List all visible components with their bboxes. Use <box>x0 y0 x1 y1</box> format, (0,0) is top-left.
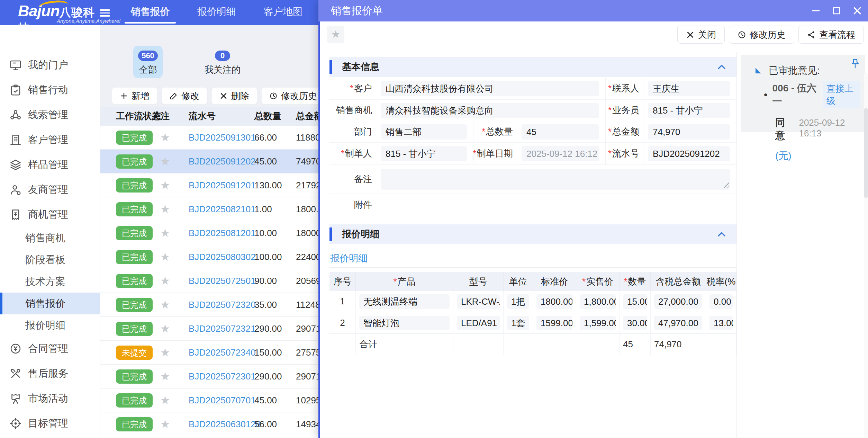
sidebar-item-商机管理[interactable]: 商机管理 <box>0 202 100 227</box>
sidebar-item-客户管理[interactable]: 客户管理 <box>0 127 100 152</box>
approval-comment[interactable]: (无) <box>764 149 860 162</box>
detail-cell-input[interactable]: 1800.00 <box>536 294 572 309</box>
detail-cell[interactable]: 1599.00 <box>533 312 576 334</box>
detail-cell[interactable]: 47,970.00 <box>651 312 706 334</box>
quote-code-link[interactable]: BJD2025072340 <box>189 341 256 365</box>
favorite-star-icon[interactable]: ★ <box>157 293 173 317</box>
detail-cell-input[interactable]: 1,800.00 <box>580 294 616 309</box>
quote-code-link[interactable]: BJD20250630128 <box>189 412 261 436</box>
sidebar-item-目标管理[interactable]: 目标管理 <box>0 411 100 436</box>
chevron-up-icon[interactable] <box>717 63 726 72</box>
sidebar-subitem-阶段看板[interactable]: 阶段看板 <box>0 249 100 271</box>
detail-cell-input[interactable]: 智能灯泡 <box>359 316 450 330</box>
favorite-star-icon[interactable]: ★ <box>157 150 173 173</box>
sidebar-item-合同管理[interactable]: 合同管理 <box>0 336 100 361</box>
sidebar-subitem-报价明细[interactable]: 报价明细 <box>0 314 100 336</box>
quote-code-link[interactable]: BJD2025091301 <box>189 126 256 150</box>
detail-cell[interactable]: 15.00 <box>620 291 651 312</box>
sidebar-item-样品管理[interactable]: 样品管理 <box>0 152 100 177</box>
pin-icon[interactable] <box>851 59 860 69</box>
attachment-field-cell[interactable] <box>377 194 736 216</box>
detail-cell[interactable]: 1,800.00 <box>576 291 620 312</box>
新增-button[interactable]: 新增 <box>112 87 157 105</box>
detail-cell[interactable]: 1800.00 <box>533 291 576 312</box>
collapse-triangle-icon[interactable] <box>756 68 761 73</box>
quote-code-link[interactable]: BJD2025072301 <box>189 365 256 388</box>
sidebar-item-我的门户[interactable]: 我的门户 <box>0 53 100 78</box>
detail-cell-input[interactable]: 27,000.00 <box>654 294 702 309</box>
filter-card-全部[interactable]: 560全部 <box>133 46 163 78</box>
brand-logo[interactable]: Bajun八骏科技 Anyone,Anytime,Anywhere! <box>18 2 105 24</box>
detail-cell[interactable]: 无线测温终端 <box>356 291 453 312</box>
detail-cell[interactable]: LED/A91 <box>453 312 504 334</box>
sidebar-subitem-销售商机[interactable]: 销售商机 <box>0 227 100 249</box>
quote-code-link[interactable]: BJD2025080302 <box>189 245 256 269</box>
tab-销售报价[interactable]: 销售报价 <box>117 0 183 25</box>
sidebar-item-销售行动[interactable]: 销售行动 <box>0 78 100 102</box>
detail-cell[interactable]: 27,000.00 <box>651 291 706 312</box>
quote-code-link[interactable]: BJD2025091201 <box>189 173 256 197</box>
favorite-star-icon[interactable]: ★ <box>157 365 173 388</box>
sidebar-item-市场活动[interactable]: 市场活动 <box>0 386 100 411</box>
detail-cell-input[interactable]: 无线测温终端 <box>359 294 450 309</box>
detail-cell[interactable]: 1套 <box>504 312 533 334</box>
sidebar-item-友商管理[interactable]: 友商管理 <box>0 177 100 202</box>
favorite-star-icon[interactable]: ★ <box>157 388 173 412</box>
customer-input[interactable]: 山西清众科技股份有限公司 <box>381 81 599 96</box>
detail-cell-input[interactable]: 47,970.00 <box>654 316 702 330</box>
minimize-icon[interactable] <box>811 6 821 16</box>
menu-toggle-icon[interactable] <box>100 8 111 17</box>
total-amount-input[interactable]: 74,970 <box>648 124 730 140</box>
tab-客户地图[interactable]: 客户地图 <box>250 0 316 25</box>
detail-cell[interactable]: 30.00 <box>620 312 651 334</box>
serial-no-input[interactable]: BJD2025091202 <box>648 146 730 161</box>
sidebar-subitem-销售报价[interactable]: 销售报价 <box>0 293 100 314</box>
detail-cell[interactable]: 智能灯泡 <box>356 312 453 334</box>
detail-cell[interactable]: 13.00 <box>706 312 736 334</box>
favorite-star-icon[interactable]: ★ <box>157 412 173 436</box>
filter-card-我关注的[interactable]: 0我关注的 <box>200 46 245 78</box>
detail-cell-input[interactable]: LKR-CW-A2 <box>457 294 500 309</box>
quote-code-link[interactable]: BJD2025081201 <box>189 221 256 245</box>
sidebar-item-线索管理[interactable]: 线索管理 <box>0 102 100 127</box>
detail-cell-input[interactable]: 0.00 <box>709 294 733 309</box>
查看流程-button[interactable]: 查看流程 <box>798 26 864 44</box>
sidebar-subitem-技术方案[interactable]: 技术方案 <box>0 271 100 293</box>
detail-cell-input[interactable]: LED/A91 <box>457 316 500 330</box>
maximize-icon[interactable] <box>831 6 842 16</box>
favorite-star-icon[interactable]: ★ <box>157 221 173 245</box>
favorite-star-icon[interactable]: ★ <box>157 269 173 293</box>
salesman-input[interactable]: 815 - 甘小宁 <box>648 103 730 118</box>
favorite-star-icon[interactable]: ★ <box>157 341 173 365</box>
删除-button[interactable]: 删除 <box>211 87 257 105</box>
quote-code-link[interactable]: BJD2025072321 <box>189 317 256 341</box>
关闭-button[interactable]: 关闭 <box>677 26 725 44</box>
favorite-star-icon[interactable]: ★ <box>157 173 173 197</box>
detail-subtab[interactable]: 报价明细 <box>330 252 368 265</box>
修改历史-button[interactable]: 修改历史 <box>729 26 794 44</box>
opportunity-input[interactable]: 清众科技智能设备采购意向 <box>381 103 599 118</box>
detail-cell[interactable]: 1把 <box>504 291 533 312</box>
detail-cell-input[interactable]: 1套 <box>507 316 529 330</box>
sidebar-item-BI分析[interactable]: BI分析 <box>0 436 100 438</box>
detail-cell[interactable]: 1,599.00 <box>576 312 620 334</box>
favorite-star-icon[interactable]: ★ <box>157 197 173 221</box>
remark-textarea[interactable] <box>381 169 730 190</box>
quote-code-link[interactable]: BJD2025072501 <box>189 269 256 293</box>
scrollbar-thumb[interactable] <box>864 108 868 198</box>
detail-cell-input[interactable]: 13.00 <box>709 316 733 330</box>
favorite-star-button[interactable]: ★ <box>327 26 344 43</box>
create-date-input[interactable]: 2025-09-12 16:12 <box>522 146 599 161</box>
close-icon[interactable] <box>852 6 862 16</box>
detail-cell-input[interactable]: 30.00 <box>623 316 647 330</box>
sidebar-item-售后服务[interactable]: 售后服务 <box>0 361 100 386</box>
contact-input[interactable]: 王庆生 <box>648 81 730 96</box>
修改-button[interactable]: 修改 <box>162 87 207 105</box>
chevron-up-icon[interactable] <box>717 230 726 239</box>
修改历史-button[interactable]: 修改历史 <box>261 87 325 105</box>
favorite-star-icon[interactable]: ★ <box>157 317 173 341</box>
detail-cell[interactable]: 0.00 <box>706 291 736 312</box>
total-qty-input[interactable]: 45 <box>522 124 599 140</box>
quote-code-link[interactable]: BJD2025082101 <box>189 197 256 221</box>
tab-报价明细[interactable]: 报价明细 <box>183 0 250 25</box>
